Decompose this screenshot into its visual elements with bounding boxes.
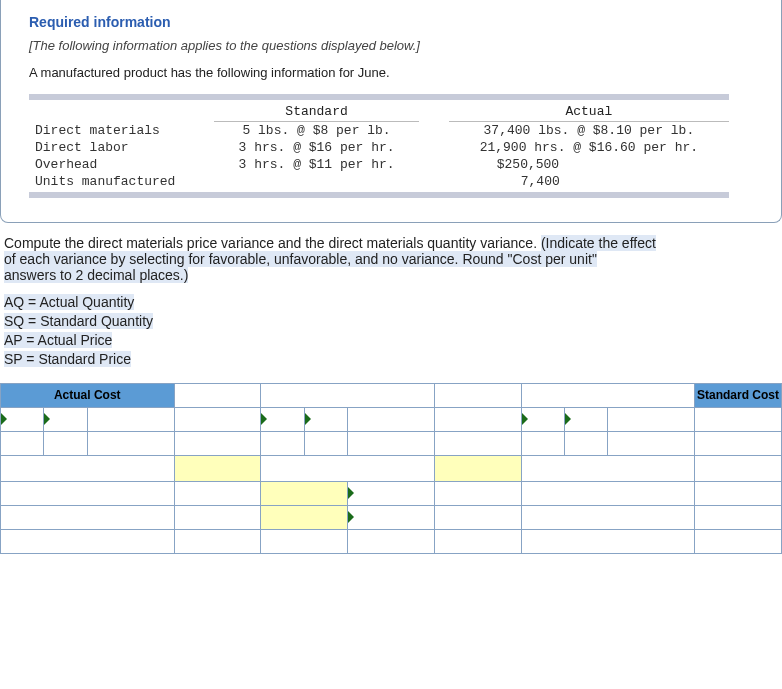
table-row: Direct labor 3 hrs. @ $16 per hr. 21,900… [29, 139, 729, 156]
input-cell[interactable] [304, 431, 347, 455]
variance-amount-cell[interactable] [261, 505, 348, 529]
legend: AQ = Actual Quantity SQ = Standard Quant… [0, 293, 782, 369]
col-standard: Standard [214, 102, 418, 122]
col-actual: Actual [449, 102, 729, 122]
input-cell[interactable] [348, 505, 435, 529]
input-cell[interactable] [261, 431, 304, 455]
input-cell[interactable] [521, 431, 564, 455]
legend-sp: SP = Standard Price [4, 351, 131, 367]
variance-amount-cell[interactable] [261, 481, 348, 505]
input-cell[interactable] [564, 431, 607, 455]
input-cell[interactable] [44, 431, 87, 455]
question-text: Compute the direct materials price varia… [0, 235, 782, 283]
variance-label-cell[interactable] [174, 455, 261, 481]
input-cell[interactable] [261, 407, 304, 431]
input-cell[interactable] [564, 407, 607, 431]
intro-text: A manufactured product has the following… [29, 65, 753, 80]
standard-cost-header: Standard Cost [695, 383, 782, 407]
input-cell[interactable] [304, 407, 347, 431]
input-cell[interactable] [348, 481, 435, 505]
actual-cost-header: Actual Cost [1, 383, 175, 407]
subtitle: [The following information applies to th… [29, 38, 753, 53]
input-cell[interactable] [1, 431, 44, 455]
input-cell[interactable] [521, 407, 564, 431]
input-cell[interactable] [1, 407, 44, 431]
legend-sq: SQ = Standard Quantity [4, 313, 153, 329]
data-table-wrap: Standard Actual Direct materials 5 lbs. … [29, 94, 729, 198]
data-table: Standard Actual Direct materials 5 lbs. … [29, 102, 729, 190]
table-row: Direct materials 5 lbs. @ $8 per lb. 37,… [29, 122, 729, 140]
variance-label-cell[interactable] [434, 455, 521, 481]
legend-ap: AP = Actual Price [4, 332, 112, 348]
variance-table: Actual Cost Standard Cost [0, 383, 782, 554]
table-row: Overhead 3 hrs. @ $11 per hr. $250,500 [29, 156, 729, 173]
legend-aq: AQ = Actual Quantity [4, 294, 134, 310]
required-heading: Required information [29, 14, 753, 30]
input-cell[interactable] [44, 407, 87, 431]
table-row: Units manufactured 7,400 [29, 173, 729, 190]
info-panel: Required information [The following info… [0, 0, 782, 223]
